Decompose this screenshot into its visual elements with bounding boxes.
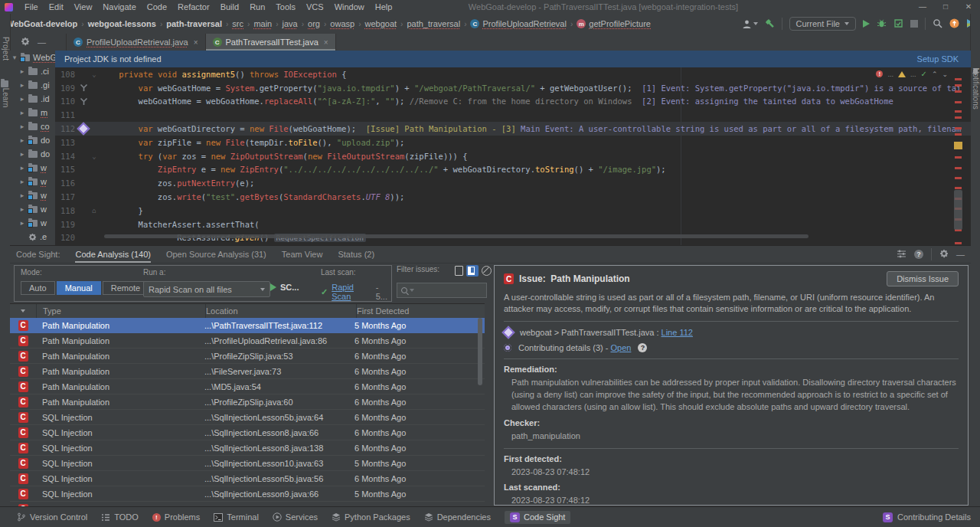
error-stripe[interactable] <box>954 67 963 245</box>
issue-row[interactable]: CPath Manipulation...\MD5.java:546 Month… <box>10 379 485 394</box>
open-link[interactable]: Open <box>610 343 631 352</box>
menu-vcs[interactable]: VCS <box>301 2 329 11</box>
error-stripe-mark[interactable] <box>955 177 962 179</box>
scan-type-select[interactable]: Rapid Scan on all files <box>143 281 270 297</box>
mode-auto-button[interactable]: Auto <box>21 281 55 295</box>
code-line[interactable]: 115 ZipEntry e = new ZipEntry("../../../… <box>55 163 971 177</box>
status-item-dependencies[interactable]: Dependencies <box>424 512 491 522</box>
minimize-panel-icon[interactable]: — <box>956 250 965 259</box>
code-line[interactable]: 116 zos.putNextEntry(e); <box>55 176 971 190</box>
error-stripe-mark[interactable] <box>955 167 962 169</box>
table-scrollbar[interactable] <box>478 318 482 385</box>
issue-row[interactable]: CSQL Injection...\SqlInjectionLesson10.j… <box>10 456 485 471</box>
menu-tools[interactable]: Tools <box>270 2 301 11</box>
breadcrumb-item[interactable]: WebGoat-develop <box>6 19 77 28</box>
tree-item[interactable]: ▸w <box>10 202 55 216</box>
stop-button[interactable] <box>910 20 918 28</box>
fold-marker[interactable]: ⌄ <box>90 152 99 160</box>
sort-arrow-icon[interactable] <box>21 309 25 313</box>
menu-view[interactable]: View <box>69 2 98 11</box>
editor-tab[interactable]: CProfileUploadRetrieval.java× <box>67 34 206 51</box>
help-icon[interactable]: ? <box>638 343 647 352</box>
menu-file[interactable]: File <box>19 2 44 11</box>
error-stripe-mark[interactable] <box>955 90 962 93</box>
code-area[interactable]: ! ... ... ✓ ⌃ ⌄ 108⌄ private void assign… <box>55 67 971 245</box>
mode-manual-button[interactable]: Manual <box>57 281 101 295</box>
chevron-right-icon[interactable]: ▸ <box>19 109 25 116</box>
editor-scrollbar-thumb[interactable] <box>954 190 962 230</box>
code-sight-tab[interactable]: Open Source Analysis (31) <box>166 246 266 263</box>
editor-tab[interactable]: CPathTraversalITTest.java× <box>206 34 336 51</box>
error-stripe-mark[interactable] <box>955 127 962 129</box>
menu-help[interactable]: Help <box>370 2 398 11</box>
view-options-icon[interactable] <box>897 250 906 260</box>
chevron-right-icon[interactable]: ▸ <box>19 219 25 227</box>
tree-item[interactable]: ▸co <box>10 119 55 133</box>
issue-search-input[interactable] <box>397 283 487 298</box>
horizontal-scrollbar[interactable] <box>104 234 808 238</box>
close-button[interactable]: ✕ <box>957 0 980 14</box>
code-sight-tab[interactable]: Code Analysis (140) <box>75 246 150 263</box>
scan-button[interactable]: SC... <box>270 283 299 292</box>
issue-row[interactable]: CSQL Injection...\SqlInjectionLesson8.ja… <box>10 425 485 440</box>
issue-row[interactable]: CSQL Injection...\SqlInjectionLesson8.ja… <box>10 440 485 456</box>
code-line[interactable]: 110 webGoatHome = webGoatHome.replaceAll… <box>55 95 971 109</box>
gear-icon[interactable] <box>21 37 30 47</box>
chevron-right-icon[interactable]: ▸ <box>19 95 25 103</box>
filter-current-file-icon[interactable] <box>455 266 463 276</box>
menu-edit[interactable]: Edit <box>44 2 69 11</box>
tree-item[interactable]: ▸.gi <box>10 78 55 92</box>
breadcrumb-item[interactable]: owasp <box>330 19 354 28</box>
code-line[interactable]: 114⌄ try (var zos = new ZipOutputStream(… <box>55 149 971 163</box>
status-item-todo[interactable]: TODO <box>101 512 139 522</box>
code-line[interactable]: 111 <box>55 108 971 122</box>
close-tab-icon[interactable]: × <box>194 38 198 47</box>
code-line[interactable]: 119 MatcherAssert.assertThat( <box>55 218 971 231</box>
status-item-terminal[interactable]: Terminal <box>214 512 259 522</box>
menu-code[interactable]: Code <box>142 2 172 11</box>
chevron-right-icon[interactable]: ▸ <box>19 191 25 199</box>
tree-item[interactable]: ▸do <box>10 133 55 147</box>
issue-row[interactable]: CPath Manipulation...\PathTraversalITTes… <box>10 318 485 333</box>
menu-run[interactable]: Run <box>244 2 270 11</box>
error-stripe-mark[interactable] <box>955 84 962 87</box>
breadcrumb-item[interactable]: java <box>283 19 298 28</box>
build-hammer-icon[interactable] <box>765 18 775 30</box>
breadcrumb-item[interactable]: org <box>308 19 320 28</box>
status-item-python-packages[interactable]: Python Packages <box>332 512 410 522</box>
code-sight-tab[interactable]: Status (2) <box>338 246 374 263</box>
tree-item[interactable]: ▸.ci <box>10 64 55 78</box>
code-line[interactable]: 108⌄ private void assignment5() throws I… <box>55 67 971 81</box>
breadcrumb-item[interactable]: path-traversal <box>166 19 222 28</box>
mode-remote-button[interactable]: Remote <box>103 281 149 295</box>
chevron-right-icon[interactable]: ▸ <box>19 123 25 130</box>
menu-refactor[interactable]: Refactor <box>172 2 215 11</box>
tree-item[interactable]: ▸w <box>10 161 55 175</box>
code-line[interactable]: 118⌂ } <box>55 204 971 218</box>
fold-marker[interactable]: ⌄ <box>90 70 99 78</box>
error-stripe-mark[interactable] <box>955 187 962 189</box>
chevron-right-icon[interactable]: ▸ <box>19 81 25 89</box>
close-tab-icon[interactable]: × <box>324 38 328 47</box>
maximize-button[interactable]: □ <box>934 0 957 14</box>
error-stripe-mark[interactable] <box>955 156 962 159</box>
fold-marker[interactable]: ⌂ <box>90 207 99 214</box>
issue-marker-icon[interactable] <box>77 123 90 136</box>
code-sight-tab[interactable]: Team View <box>282 246 323 263</box>
breadcrumb-item[interactable]: src <box>232 19 243 28</box>
code-line[interactable]: 113 var zipFile = new File(tempDir.toFil… <box>55 136 971 149</box>
warning-stripe-mark[interactable] <box>954 142 962 149</box>
help-icon[interactable]: ? <box>914 250 923 259</box>
last-scan-link[interactable]: Rapid Scan <box>332 283 371 301</box>
issue-row[interactable]: CPath Manipulation...\ProfileUploadRetri… <box>10 333 485 349</box>
status-item-code-sight[interactable]: SCode Sight <box>505 511 570 524</box>
error-stripe-mark[interactable] <box>955 110 962 113</box>
tool-stripe-project[interactable]: Project <box>1 37 9 61</box>
gear-icon[interactable] <box>939 249 949 260</box>
setup-sdk-link[interactable]: Setup SDK <box>917 54 959 64</box>
breadcrumb-item[interactable]: webgoat <box>364 19 397 28</box>
chevron-down-icon[interactable]: ▾ <box>11 54 18 61</box>
error-stripe-mark[interactable] <box>955 78 962 80</box>
line-link[interactable]: Line 112 <box>662 328 693 337</box>
minimize-button[interactable]: — <box>911 0 934 14</box>
